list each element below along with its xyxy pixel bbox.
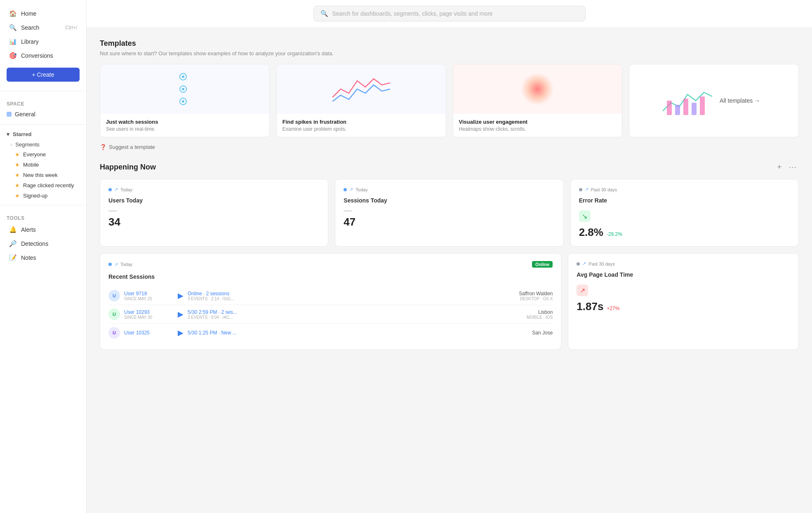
up-arrow-icon: ↗ bbox=[580, 287, 585, 294]
session-location-2: Lisbon MOBILE · IOS bbox=[527, 309, 553, 320]
error-rate-card[interactable]: ↗ Past 30 days Error Rate ↘ 2.8% -29.2% bbox=[570, 179, 799, 247]
session-location-3: San Jose bbox=[532, 330, 553, 336]
svg-rect-2 bbox=[683, 99, 688, 115]
session-meta-2: 3 EVENTS · 0:04 · /AC... bbox=[188, 315, 523, 320]
sessions-title: Sessions Today bbox=[344, 197, 555, 204]
template-name-frustration: Find spikes in frustration bbox=[282, 119, 440, 125]
online-badge: Online bbox=[532, 261, 553, 268]
suggest-template-btn[interactable]: ❓ Suggest a template bbox=[100, 144, 799, 150]
recent-sessions-card[interactable]: ↗ Today Online Recent Sessions U User 97… bbox=[100, 253, 561, 350]
user-avatar-3: U bbox=[108, 327, 120, 339]
users-today-card[interactable]: ↗ Today Users Today 34 bbox=[100, 179, 328, 247]
sidebar-item-detections[interactable]: 🔎 Detections bbox=[2, 237, 84, 251]
session-link-2: 5/30 2:59 PM · 2 ses... bbox=[188, 309, 523, 315]
play-icon-3[interactable]: ▶ bbox=[178, 328, 184, 337]
avg-load-value-row: 1.87s +27% bbox=[577, 300, 790, 313]
user-name-3: User 10325 bbox=[124, 330, 174, 336]
user-since-1: SINCE MAY 25 bbox=[124, 297, 174, 301]
avg-load-badge: ↗ Past 30 days bbox=[577, 261, 790, 266]
template-desc-sessions: See users in real-time. bbox=[106, 126, 264, 132]
segments-group[interactable]: ○ Segments bbox=[0, 140, 86, 149]
badge-dot bbox=[344, 188, 347, 191]
session-meta-1: 3 EVENTS · 2:14 · /SIG... bbox=[188, 297, 515, 301]
user-name-1: User 9718 bbox=[124, 291, 174, 297]
template-desc-engagement: Heatmaps show clicks, scrolls. bbox=[459, 126, 617, 132]
search-icon: 🔍 bbox=[9, 24, 17, 31]
tools-section-label: Tools bbox=[0, 209, 86, 223]
arrow-up-indicator: ↗ bbox=[577, 285, 588, 296]
play-icon-1[interactable]: ▶ bbox=[178, 291, 184, 300]
more-options-button[interactable]: ⋯ bbox=[786, 162, 799, 172]
avg-load-title: Avg Page Load Time bbox=[577, 271, 790, 278]
space-general[interactable]: General bbox=[0, 108, 86, 120]
sessions-badge: ↗ Today bbox=[344, 187, 555, 192]
play-icon-2[interactable]: ▶ bbox=[178, 310, 184, 319]
happening-now-actions: + ⋯ bbox=[774, 162, 799, 172]
session-details-1: Online · 2 sessions 3 EVENTS · 2:14 · /S… bbox=[188, 291, 515, 301]
sidebar-item-notes[interactable]: 📝 Notes bbox=[2, 251, 84, 265]
page-content: Templates Not sure where to start? Our t… bbox=[87, 28, 812, 361]
badge-dot bbox=[577, 262, 580, 266]
home-icon: 🏠 bbox=[9, 10, 17, 17]
session-row-1[interactable]: U User 9718 SINCE MAY 25 ▶ Online · 2 se… bbox=[108, 287, 553, 305]
session-row-2[interactable]: U User 10293 SINCE MAY 30 ▶ 5/30 2:59 PM… bbox=[108, 305, 553, 324]
sidebar-item-library[interactable]: 📊 Library bbox=[2, 35, 84, 49]
star-icon: ★ bbox=[15, 182, 20, 188]
templates-section: Templates Not sure where to start? Our t… bbox=[100, 39, 799, 150]
star-icon: ★ bbox=[15, 162, 20, 168]
sidebar-item-mobile[interactable]: ★ Mobile bbox=[0, 160, 86, 170]
preview-lines bbox=[173, 66, 197, 112]
arrow-down-indicator: ↘ bbox=[579, 210, 591, 222]
svg-rect-3 bbox=[692, 103, 697, 115]
template-info-frustration: Find spikes in frustration Examine user … bbox=[277, 114, 446, 137]
sidebar-item-signed-up[interactable]: ★ Signed-up bbox=[0, 191, 86, 201]
sidebar-item-conversions[interactable]: 🎯 Conversions bbox=[2, 49, 84, 63]
main-content: 🔍 Search for dashboards, segments, click… bbox=[87, 0, 812, 513]
template-card-frustration[interactable]: Find spikes in frustration Examine user … bbox=[276, 64, 446, 137]
error-badge: ↗ Past 30 days bbox=[579, 187, 790, 192]
question-icon: ❓ bbox=[100, 144, 106, 150]
search-box[interactable]: 🔍 Search for dashboards, segments, click… bbox=[313, 6, 586, 21]
add-widget-button[interactable]: + bbox=[774, 162, 784, 172]
template-card-engagement[interactable]: Visualize user engagement Heatmaps show … bbox=[453, 64, 623, 137]
template-card-all[interactable]: All templates → bbox=[629, 64, 799, 137]
error-change: -29.2% bbox=[607, 231, 622, 237]
arrow-icon: → bbox=[754, 97, 760, 104]
star-icon: ★ bbox=[15, 193, 20, 199]
sidebar: 🏠 Home 🔍 Search Ctrl+/ 📊 Library 🎯 Conve… bbox=[0, 0, 87, 513]
sidebar-item-rage-clicked[interactable]: ★ Rage clicked recently bbox=[0, 180, 86, 191]
template-name-engagement: Visualize user engagement bbox=[459, 119, 617, 125]
template-preview-engagement bbox=[453, 64, 622, 114]
create-button[interactable]: + Create bbox=[7, 68, 80, 82]
location-name-1: Saffron Walden bbox=[519, 291, 553, 297]
sidebar-item-alerts[interactable]: 🔔 Alerts bbox=[2, 223, 84, 237]
avg-load-change: +27% bbox=[607, 306, 619, 311]
sidebar-item-new-this-week[interactable]: ★ New this week bbox=[0, 170, 86, 180]
star-icon: ★ bbox=[15, 151, 20, 158]
sidebar-item-search[interactable]: 🔍 Search Ctrl+/ bbox=[2, 21, 84, 35]
templates-grid: Just watch sessions See users in real-ti… bbox=[100, 64, 799, 137]
user-avatar-1: U bbox=[108, 290, 120, 301]
sessions-today-card[interactable]: ↗ Today Sessions Today 47 bbox=[335, 179, 563, 247]
template-info-engagement: Visualize user engagement Heatmaps show … bbox=[453, 114, 622, 137]
session-row-3[interactable]: U User 10325 ▶ 5/30 1:25 PM · New ... Sa… bbox=[108, 324, 553, 342]
space-section-label: Space bbox=[0, 95, 86, 108]
sidebar-item-home[interactable]: 🏠 Home bbox=[2, 7, 84, 21]
template-name-sessions: Just watch sessions bbox=[106, 119, 264, 125]
location-device-2: MOBILE · IOS bbox=[527, 315, 553, 320]
session-link-1: Online · 2 sessions bbox=[188, 291, 515, 297]
starred-header[interactable]: ▾ Starred bbox=[0, 129, 86, 140]
template-preview-frustration bbox=[277, 64, 446, 114]
avg-load-card[interactable]: ↗ Past 30 days Avg Page Load Time ↗ 1.87… bbox=[568, 253, 799, 350]
all-templates-label-wrapper: All templates → bbox=[715, 92, 765, 109]
session-details-2: 5/30 2:59 PM · 2 ses... 3 EVENTS · 0:04 … bbox=[188, 309, 523, 320]
happening-now-header: Happening Now + ⋯ bbox=[100, 162, 799, 172]
trend-icon: ↗ bbox=[585, 187, 588, 192]
user-info-2: User 10293 SINCE MAY 30 bbox=[124, 309, 174, 320]
all-templates-chart bbox=[663, 84, 712, 117]
badge-dot bbox=[579, 188, 582, 191]
sidebar-item-everyone[interactable]: ★ Everyone bbox=[0, 149, 86, 160]
session-location-1: Saffron Walden DESKTOP · OS X bbox=[519, 291, 553, 301]
template-card-sessions[interactable]: Just watch sessions See users in real-ti… bbox=[100, 64, 270, 137]
metrics-grid: ↗ Today Users Today 34 ↗ Today Sessions … bbox=[100, 179, 799, 247]
